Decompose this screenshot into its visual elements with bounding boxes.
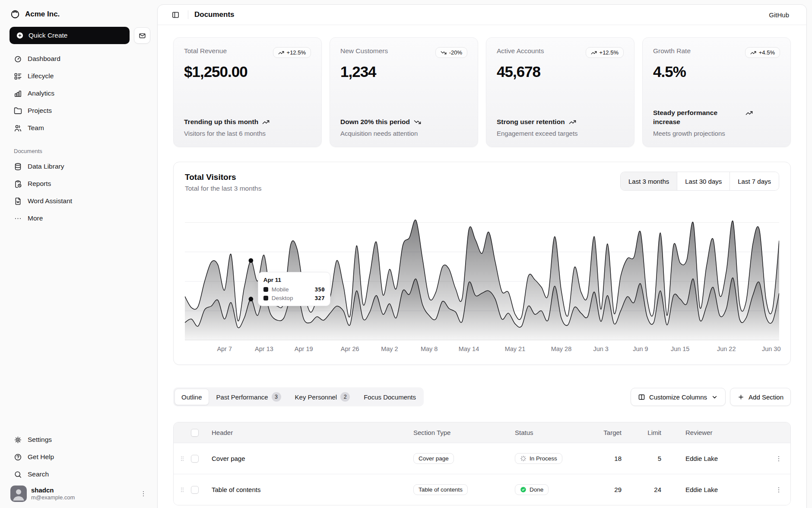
cell-header[interactable]: Table of contents (211, 486, 413, 493)
cell-target[interactable]: 29 (595, 486, 634, 493)
sidebar-item-label: Team (28, 124, 44, 132)
customize-columns-button[interactable]: Customize Columns (631, 388, 726, 406)
sidebar-item-more[interactable]: More (9, 210, 151, 227)
ellipsis-icon (14, 214, 22, 223)
chart-tooltip: Apr 11 Mobile 350 Desktop 327 (258, 272, 330, 306)
row-actions-button[interactable] (773, 453, 785, 465)
sidebar-item-projects[interactable]: Projects (9, 102, 151, 119)
section-type-badge[interactable]: Cover page (413, 453, 454, 464)
file-word-icon (14, 197, 22, 205)
stat-title: Active Accounts (497, 47, 544, 55)
stat-card-active-accounts: Active Accounts +12.5% 45,678 Strong use… (486, 37, 634, 147)
gear-icon (14, 436, 22, 444)
tab-focus-documents[interactable]: Focus Documents (357, 389, 422, 405)
cell-target[interactable]: 18 (595, 455, 634, 462)
range-last-30-days[interactable]: Last 30 days (677, 172, 730, 190)
section-type-badge[interactable]: Table of contents (413, 484, 468, 495)
tab-label: Key Personnel (295, 393, 337, 401)
sidebar-item-label: Projects (28, 107, 52, 115)
topbar: Documents GitHub (158, 5, 806, 25)
tooltip-series-value: 350 (314, 286, 324, 293)
status-badge[interactable]: In Process (515, 453, 562, 464)
sidebar-item-search[interactable]: Search (9, 466, 151, 483)
trending-up-icon (262, 118, 270, 126)
col-section-type: Section Type (413, 429, 515, 436)
github-link[interactable]: GitHub (769, 11, 789, 19)
stat-line2: Acquisition needs attention (340, 130, 467, 137)
user-email: m@example.com (31, 494, 133, 501)
sidebar-item-label: Word Assistant (28, 197, 72, 205)
sidebar-item-word-assistant[interactable]: Word Assistant (9, 192, 151, 210)
mobile-series-swatch (263, 287, 268, 292)
sidebar-item-data-library[interactable]: Data Library (9, 158, 151, 175)
stat-line1: Trending up this month (184, 117, 258, 127)
range-last-3-months[interactable]: Last 3 months (621, 172, 677, 190)
dashboard-gauge-icon (14, 55, 22, 63)
stat-value: 4.5% (653, 63, 780, 80)
content: Total Revenue +12.5% $1,250.00 Trending … (158, 25, 806, 508)
mail-icon (139, 32, 146, 39)
trend-badge-value: -20% (449, 49, 462, 56)
tooltip-row-desktop: Desktop 327 (263, 295, 325, 301)
stat-card-growth-rate: Growth Rate +4.5% 4.5% Steady performanc… (642, 37, 791, 147)
trending-up-icon (750, 50, 756, 56)
sidebar-item-team[interactable]: Team (9, 119, 151, 137)
folder-icon (14, 107, 22, 115)
sidebar-item-label: Dashboard (28, 55, 60, 63)
tab-past-performance[interactable]: Past Performance 3 (210, 389, 288, 405)
tab-key-personnel[interactable]: Key Personnel 2 (289, 389, 357, 405)
stat-value: 45,678 (497, 63, 624, 80)
area-chart[interactable]: Apr 11 Mobile 350 Desktop 327 Apr 7Apr 1… (185, 211, 779, 357)
user-menu-button[interactable] (137, 488, 149, 500)
stat-card-total-revenue: Total Revenue +12.5% $1,250.00 Trending … (173, 37, 322, 147)
inner-shadow-circle-icon (10, 10, 20, 19)
grip-vertical-icon (179, 486, 186, 493)
cell-limit[interactable]: 24 (634, 486, 674, 493)
trending-down-icon (414, 118, 421, 126)
sidebar-item-settings[interactable]: Settings (9, 431, 151, 448)
cell-reviewer[interactable]: Eddie Lake (674, 455, 767, 462)
ellipsis-vertical-icon (140, 490, 147, 498)
x-axis-tick: Jun 3 (593, 345, 608, 352)
clipboard-clock-icon (14, 180, 22, 188)
user-name: shadcn (31, 486, 133, 495)
database-icon (14, 163, 22, 171)
cell-reviewer[interactable]: Eddie Lake (674, 486, 767, 493)
help-circle-icon (14, 453, 22, 461)
range-toggle-group: Last 3 months Last 30 days Last 7 days (620, 172, 779, 191)
row-checkbox[interactable] (191, 486, 199, 494)
trend-badge: +12.5% (273, 47, 311, 58)
row-checkbox[interactable] (191, 455, 199, 463)
select-all-checkbox[interactable] (191, 429, 199, 437)
cell-header[interactable]: Cover page (211, 455, 413, 462)
row-actions-button[interactable] (773, 484, 785, 496)
quick-create-button[interactable]: Quick Create (10, 27, 130, 44)
add-section-button[interactable]: Add Section (730, 388, 791, 406)
tab-outline[interactable]: Outline (174, 389, 209, 405)
ellipsis-vertical-icon (775, 486, 783, 494)
drag-handle[interactable] (174, 486, 191, 493)
table-row: Table of contents Table of contents Done… (174, 474, 790, 505)
trend-badge-value: +12.5% (599, 49, 619, 56)
desktop-series-swatch (263, 296, 268, 300)
brand[interactable]: Acme Inc. (9, 6, 151, 22)
sidebar-item-analytics[interactable]: Analytics (9, 85, 151, 102)
sidebar-item-get-help[interactable]: Get Help (9, 448, 151, 466)
drag-handle[interactable] (174, 455, 191, 462)
sidebar-item-reports[interactable]: Reports (9, 175, 151, 192)
sidebar-item-label: More (28, 214, 43, 222)
check-circle-icon (520, 486, 527, 493)
table-header-row: Header Section Type Status Target Limit … (174, 422, 790, 443)
main-panel: Documents GitHub Total Revenue +12.5% $1… (157, 4, 807, 508)
cell-limit[interactable]: 5 (634, 455, 674, 462)
status-badge[interactable]: Done (515, 484, 549, 495)
sidebar-item-label: Reports (28, 180, 51, 188)
inbox-button[interactable] (134, 27, 150, 44)
sidebar-toggle-button[interactable] (169, 8, 182, 21)
range-last-7-days[interactable]: Last 7 days (730, 172, 779, 190)
ellipsis-vertical-icon (775, 455, 783, 463)
sidebar-item-lifecycle[interactable]: Lifecycle (9, 67, 151, 85)
sidebar-item-dashboard[interactable]: Dashboard (9, 50, 151, 67)
sidebar-item-label: Get Help (28, 453, 54, 461)
user-menu[interactable]: shadcn m@example.com (9, 483, 151, 502)
